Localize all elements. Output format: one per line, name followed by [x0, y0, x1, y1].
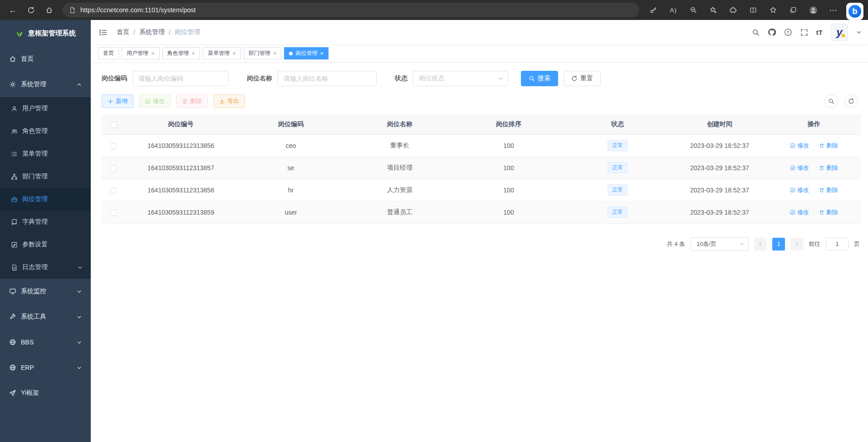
- help-icon[interactable]: ?: [784, 28, 792, 36]
- more-options-icon[interactable]: ⋯: [824, 2, 842, 18]
- row-checkbox[interactable]: [110, 210, 117, 216]
- sidebar-item-param-settings[interactable]: 参数设置: [0, 233, 91, 256]
- column-header: 状态: [563, 114, 672, 134]
- breadcrumb-item-home[interactable]: 首页: [117, 28, 129, 36]
- breadcrumb-current: 岗位管理: [175, 28, 200, 36]
- browser-home-button[interactable]: [41, 2, 57, 18]
- bing-sidebar-button[interactable]: b: [846, 3, 863, 20]
- row-delete-link[interactable]: 删除: [819, 186, 838, 194]
- sidebar-item-system-tools[interactable]: 系统工具: [0, 304, 91, 329]
- tab-post-mgmt[interactable]: 岗位管理 ×: [284, 47, 329, 59]
- row-edit-link[interactable]: 修改: [790, 142, 809, 150]
- collections-icon[interactable]: [785, 2, 802, 18]
- zoom-out-icon[interactable]: [685, 2, 702, 18]
- row-edit-link[interactable]: 修改: [790, 208, 809, 216]
- refresh-table-button[interactable]: [844, 94, 858, 108]
- cell-post-id: 1641030593112313858: [125, 179, 236, 201]
- browser-refresh-button[interactable]: [23, 2, 39, 18]
- status-select[interactable]: 岗位状态: [413, 71, 508, 86]
- reset-button[interactable]: 重置: [564, 71, 601, 86]
- row-delete-link[interactable]: 删除: [819, 164, 838, 172]
- sidebar-toggle-icon[interactable]: [99, 28, 108, 37]
- tab-dept-mgmt[interactable]: 部门管理 ×: [244, 47, 282, 59]
- add-button[interactable]: 新增: [102, 94, 133, 108]
- key-icon[interactable]: [645, 2, 662, 18]
- tab-role-mgmt[interactable]: 角色管理 ×: [162, 47, 201, 59]
- tab-home[interactable]: 首页: [98, 47, 119, 59]
- close-icon[interactable]: ×: [192, 50, 196, 56]
- add-button-label: 新增: [116, 97, 128, 105]
- delete-button[interactable]: 删除: [176, 94, 208, 108]
- next-page-button[interactable]: [790, 238, 803, 250]
- close-icon[interactable]: ×: [320, 50, 324, 56]
- chevron-down-icon: [498, 76, 503, 81]
- show-search-toggle-button[interactable]: [824, 94, 838, 108]
- cell-created-time: 2023-03-29 18:52:37: [672, 134, 767, 157]
- extensions-icon[interactable]: [725, 2, 742, 18]
- favorites-icon[interactable]: [765, 2, 782, 18]
- sidebar-item-dict-mgmt[interactable]: 字典管理: [0, 211, 91, 233]
- sidebar-item-menu-mgmt[interactable]: 菜单管理: [0, 142, 91, 165]
- delete-button-label: 删除: [190, 97, 202, 105]
- page-size-select[interactable]: 10条/页: [691, 237, 749, 251]
- breadcrumb-item-system[interactable]: 系统管理: [139, 28, 165, 36]
- font-size-icon[interactable]: tT: [816, 29, 823, 36]
- status-select-value: 岗位状态: [419, 74, 444, 83]
- row-edit-link[interactable]: 修改: [790, 164, 809, 172]
- sidebar-item-system-monitor[interactable]: 系统监控: [0, 279, 91, 304]
- sidebar-item-erp[interactable]: ERP: [0, 355, 91, 380]
- edit-button[interactable]: 修改: [139, 94, 171, 108]
- sidebar-item-user-mgmt[interactable]: 用户管理: [0, 97, 91, 120]
- tab-menu-mgmt[interactable]: 菜单管理 ×: [203, 47, 241, 59]
- row-checkbox[interactable]: [110, 143, 117, 149]
- fullscreen-icon[interactable]: [800, 29, 808, 36]
- status-label: 状态: [395, 74, 407, 83]
- cell-post-sort: 100: [454, 157, 563, 179]
- sidebar-item-role-mgmt[interactable]: 角色管理: [0, 120, 91, 142]
- read-aloud-icon[interactable]: A): [665, 2, 682, 18]
- sidebar-item-system-mgmt[interactable]: 系统管理: [0, 72, 91, 97]
- browser-back-button[interactable]: ←: [5, 2, 21, 18]
- chevron-right-icon: [794, 241, 799, 247]
- sidebar-item-post-mgmt[interactable]: 岗位管理: [0, 188, 91, 211]
- sidebar-item-home[interactable]: 首页: [0, 46, 91, 72]
- close-icon[interactable]: ×: [151, 50, 155, 56]
- row-checkbox[interactable]: [110, 165, 117, 172]
- add-favorite-icon[interactable]: [705, 2, 722, 18]
- post-code-input[interactable]: [132, 71, 229, 86]
- row-edit-link[interactable]: 修改: [790, 186, 809, 194]
- row-checkbox[interactable]: [110, 187, 117, 194]
- sidebar-item-log-mgmt[interactable]: 日志管理: [0, 256, 91, 279]
- header-search-icon[interactable]: [752, 29, 760, 36]
- row-delete-link[interactable]: 删除: [819, 142, 838, 150]
- export-button[interactable]: 导出: [213, 94, 245, 108]
- avatar-dropdown-caret-icon[interactable]: [856, 29, 862, 35]
- column-header: 操作: [767, 114, 861, 134]
- tab-user-mgmt[interactable]: 用户管理 ×: [122, 47, 160, 59]
- table-row: 1641030593112313856 ceo 董事长 100 正常 2023-…: [102, 134, 861, 157]
- page-number-1[interactable]: 1: [772, 238, 785, 250]
- tab-label: 菜单管理: [208, 49, 230, 57]
- split-screen-icon[interactable]: [745, 2, 762, 18]
- github-icon[interactable]: [768, 28, 776, 36]
- select-all-checkbox[interactable]: [110, 122, 117, 128]
- svg-text:?: ?: [787, 29, 790, 34]
- sidebar-item-dept-mgmt[interactable]: 部门管理: [0, 165, 91, 188]
- profile-avatar[interactable]: [804, 2, 822, 18]
- sidebar-item-yi-framework[interactable]: Yi框架: [0, 380, 91, 406]
- goto-page-input[interactable]: [826, 238, 848, 250]
- cell-post-code: user: [236, 201, 345, 223]
- prev-page-button[interactable]: [754, 238, 767, 250]
- search-button[interactable]: 搜索: [521, 71, 558, 86]
- app-logo: 意框架管理系统: [0, 20, 91, 46]
- post-name-input[interactable]: [278, 71, 377, 86]
- close-icon[interactable]: ×: [232, 50, 236, 56]
- user-avatar[interactable]: y: [831, 24, 848, 41]
- address-bar[interactable]: https://ccnetcore.com:1101/system/post: [63, 3, 639, 17]
- app-logo-text: 意框架管理系统: [28, 29, 76, 38]
- globe-icon: [9, 364, 16, 371]
- row-delete-link[interactable]: 删除: [819, 208, 838, 216]
- close-icon[interactable]: ×: [273, 50, 277, 56]
- sidebar-item-bbs[interactable]: BBS: [0, 329, 91, 355]
- book-icon: [11, 219, 18, 226]
